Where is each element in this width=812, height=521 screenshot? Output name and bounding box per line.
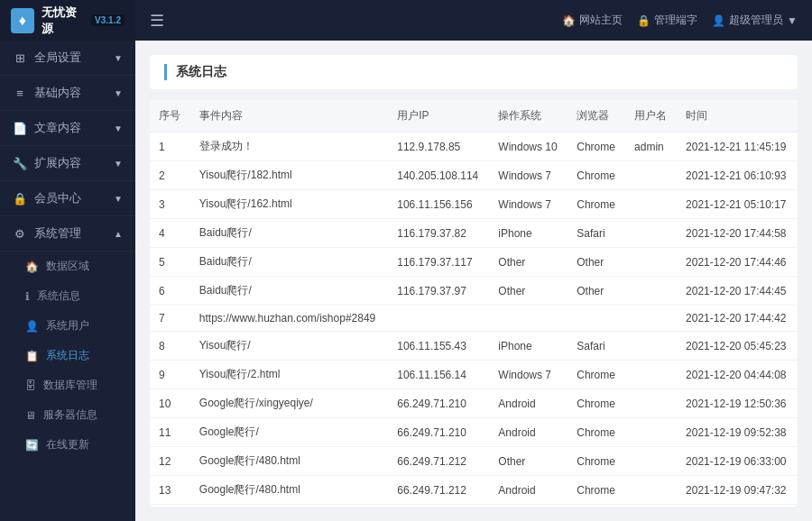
table-row: 8Yisou爬行/106.11.155.43iPhoneSafari2021-1… <box>150 332 798 361</box>
sidebar-item-doc[interactable]: 📄 文章内容 ▼ <box>0 111 135 146</box>
member-icon: 🔒 <box>13 192 27 206</box>
content-area: 系统日志 序号 事件内容 用户IP 操作系统 浏览器 用户名 时间 1登录成功！… <box>135 41 812 521</box>
admin-user-button[interactable]: 👤 超级管理员 ▼ <box>712 13 798 28</box>
cell-1: Baidu爬行/ <box>190 277 388 306</box>
table-row: 13Google爬行/480.html66.249.71.212AndroidC… <box>150 476 798 505</box>
sidebar-item-data-area[interactable]: 🏠 数据区域 <box>0 251 135 281</box>
basic-icon: ≡ <box>13 87 27 100</box>
admin-user-label: 超级管理员 <box>729 13 783 28</box>
cell-4: Chrome <box>567 161 625 190</box>
sidebar-item-server-info[interactable]: 🖥 服务器信息 <box>0 400 135 430</box>
cell-1: 登录成功！ <box>190 133 388 161</box>
cell-1: Baidu爬行/ <box>190 219 388 248</box>
cell-0: 12 <box>150 447 190 476</box>
cell-4: Safari <box>567 332 625 361</box>
table-row: 6Baidu爬行/116.179.37.97OtherOther2021-12-… <box>150 277 798 306</box>
sub-item-label: 系统信息 <box>37 288 80 304</box>
arrow-icon: ▼ <box>114 123 123 133</box>
table-row: 5Baidu爬行/116.179.37.117OtherOther2021-12… <box>150 248 798 277</box>
main-content: ☰ 🏠 网站主页 🔒 管理端字 👤 超级管理员 ▼ 系统日志 <box>135 0 812 521</box>
sidebar-item-system-user[interactable]: 👤 系统用户 <box>0 311 135 341</box>
cell-2: 112.9.178.85 <box>388 133 489 161</box>
table-row: 1登录成功！112.9.178.85Windows 10Chromeadmin2… <box>150 133 798 161</box>
cell-4: Chrome <box>567 447 625 476</box>
arrow-icon: ▼ <box>114 88 123 98</box>
cell-2: 106.11.155.49 <box>388 505 489 507</box>
topbar-left: ☰ <box>150 11 164 31</box>
sidebar-item-online-update[interactable]: 🔄 在线更新 <box>0 430 135 460</box>
cell-5 <box>625 418 677 447</box>
sidebar-item-label: 基础内容 <box>34 85 81 101</box>
cell-0: 1 <box>150 133 190 161</box>
table-row: 11Google爬行/66.249.71.210AndroidChrome202… <box>150 418 798 447</box>
cell-3: Windows 7 <box>489 505 567 507</box>
logo-icon: ♦ <box>11 8 34 33</box>
cell-6: 2021-12-19 12:50:36 <box>677 389 798 418</box>
cell-1: Yisou爬行/26.html <box>190 505 388 507</box>
sidebar-logo: ♦ 无忧资源 V3.1.2 <box>0 0 135 41</box>
cell-5 <box>625 190 677 219</box>
cell-3: Windows 7 <box>489 161 567 190</box>
cell-1: Yisou爬行/182.html <box>190 161 388 190</box>
cell-6: 2021-12-20 17:44:45 <box>677 277 798 306</box>
sidebar-item-system-log[interactable]: 📋 系统日志 <box>0 341 135 370</box>
col-os: 操作系统 <box>489 100 567 133</box>
sidebar-item-system[interactable]: ⚙ 系统管理 ▲ <box>0 216 135 251</box>
cell-0: 11 <box>150 418 190 447</box>
sidebar-item-ext[interactable]: 🔧 扩展内容 ▼ <box>0 146 135 181</box>
dashboard-icon: ⊞ <box>13 51 27 65</box>
sidebar-item-dashboard[interactable]: ⊞ 全局设置 ▼ <box>0 41 135 76</box>
cell-2: 116.179.37.82 <box>388 219 489 248</box>
cell-2: 106.11.156.14 <box>388 361 489 389</box>
table-row: 9Yisou爬行/2.html106.11.156.14Windows 7Chr… <box>150 361 798 389</box>
menu-toggle-button[interactable]: ☰ <box>150 11 164 31</box>
cell-4: Chrome <box>567 133 625 161</box>
col-event: 事件内容 <box>190 100 388 133</box>
sidebar-item-data-mgmt[interactable]: 🗄 数据库管理 <box>0 370 135 400</box>
sub-item-label: 服务器信息 <box>43 407 97 423</box>
arrow-icon: ▼ <box>114 53 123 63</box>
cell-5 <box>625 161 677 190</box>
server-info-icon: 🖥 <box>25 409 36 422</box>
cell-5 <box>625 306 677 332</box>
cell-4: Chrome <box>567 476 625 505</box>
arrow-icon: ▼ <box>114 194 123 204</box>
sidebar-item-system-info[interactable]: ℹ 系统信息 <box>0 281 135 311</box>
cell-6: 2021-12-21 11:45:19 <box>677 133 798 161</box>
cell-2: 106.11.155.43 <box>388 332 489 361</box>
cell-6: 2021-12-19 09:47:32 <box>677 476 798 505</box>
cell-5 <box>625 389 677 418</box>
cell-4: Other <box>567 248 625 277</box>
doc-icon: 📄 <box>13 122 27 135</box>
cell-5 <box>625 476 677 505</box>
dropdown-icon: ▼ <box>787 14 798 27</box>
cell-2: 140.205.108.114 <box>388 161 489 190</box>
cell-3 <box>489 306 567 332</box>
cell-3: Other <box>489 248 567 277</box>
cell-5 <box>625 219 677 248</box>
cell-3: iPhone <box>489 332 567 361</box>
sidebar-item-label: 全局设置 <box>34 50 81 66</box>
cell-2: 66.249.71.210 <box>388 389 489 418</box>
cell-3: Windows 7 <box>489 361 567 389</box>
cell-4: Chrome <box>567 389 625 418</box>
sidebar-item-member[interactable]: 🔒 会员中心 ▼ <box>0 181 135 216</box>
manage-jump-button[interactable]: 🔒 管理端字 <box>637 13 697 28</box>
sidebar-item-basic[interactable]: ≡ 基础内容 ▼ <box>0 76 135 111</box>
table-row: 10Google爬行/xingyeqiye/66.249.71.210Andro… <box>150 389 798 418</box>
table-row: 3Yisou爬行/162.html106.11.156.156Windows 7… <box>150 190 798 219</box>
arrow-up-icon: ▲ <box>114 229 123 239</box>
cell-4: Chrome <box>567 505 625 507</box>
sub-item-label: 数据库管理 <box>43 378 97 393</box>
sub-item-label: 在线更新 <box>46 437 89 452</box>
cell-2: 116.179.37.117 <box>388 248 489 277</box>
cell-3: Android <box>489 389 567 418</box>
cell-1: Google爬行/480.html <box>190 476 388 505</box>
cell-0: 14 <box>150 505 190 507</box>
website-home-button[interactable]: 🏠 网站主页 <box>562 13 623 28</box>
cell-0: 13 <box>150 476 190 505</box>
data-area-icon: 🏠 <box>25 260 39 273</box>
log-table: 序号 事件内容 用户IP 操作系统 浏览器 用户名 时间 1登录成功！112.9… <box>150 100 798 507</box>
cell-0: 5 <box>150 248 190 277</box>
cell-3: Other <box>489 277 567 306</box>
